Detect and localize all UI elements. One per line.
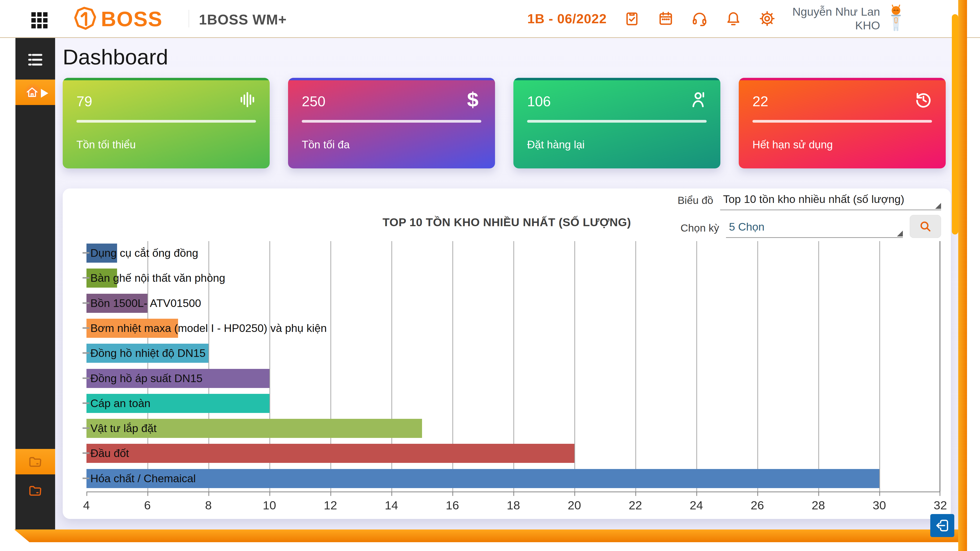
axis-tick-label: 22 (629, 499, 642, 512)
card-divider (76, 120, 256, 123)
avatar (885, 4, 907, 33)
sidebar-item-home-active[interactable] (16, 79, 55, 105)
equalizer-icon (238, 90, 257, 109)
axis-tick-label: 16 (446, 499, 459, 512)
bar-label: Cáp an toàn (91, 394, 150, 413)
scrollbar-track[interactable] (958, 0, 967, 551)
bar-row-6: Cáp an toàn (86, 391, 940, 416)
card-value: 22 (752, 93, 768, 110)
bell-icon[interactable] (725, 10, 742, 27)
axis-tick-label: 30 (873, 499, 886, 512)
card-divider (752, 120, 932, 123)
gear-icon[interactable] (759, 10, 776, 27)
axis-tick-label: 6 (144, 499, 151, 512)
app-title: 1BOSS WM+ (199, 11, 287, 28)
stat-card-1: 250$Tồn tối đa (288, 78, 495, 168)
axis-tick-label: 26 (751, 499, 764, 512)
stat-card-0: 79Tồn tối thiểu (63, 78, 270, 168)
axis-tick (635, 492, 636, 496)
stat-card-2: 106Đặt hàng lại (513, 78, 721, 168)
bar-row-0: Dụng cụ cắt ống đồng (86, 241, 940, 266)
category-tick (83, 478, 89, 479)
category-tick (83, 327, 89, 329)
bar-8[interactable] (86, 444, 574, 463)
history-icon (914, 90, 933, 109)
axis-tick (86, 492, 87, 496)
card-divider (302, 120, 481, 123)
header-right: 1B - 06/2022 Nguyễn Như Lan KHO (527, 0, 907, 37)
axis-tick (148, 492, 148, 496)
category-tick (83, 378, 89, 379)
chart-type-control: Biểu đồ Top 10 tồn kho nhiều nhất (số lư… (678, 193, 941, 210)
stat-card-3: 22Hết hạn sử dụng (739, 78, 946, 168)
bar-row-2: Bồn 1500L- ATV01500 (86, 291, 940, 316)
axis-tick-label: 24 (690, 499, 703, 512)
sidebar-item-folder[interactable] (16, 478, 55, 503)
user-name: Nguyễn Như Lan (792, 5, 880, 19)
sidebar-item-menu[interactable] (16, 44, 55, 76)
user-names: Nguyễn Như Lan KHO (792, 5, 880, 33)
boss-logo[interactable]: BOSS (70, 5, 163, 32)
axis-tick (452, 492, 453, 496)
axis-tick (391, 492, 392, 496)
clipboard-check-icon[interactable] (624, 10, 641, 27)
boss-logo-icon (70, 5, 99, 32)
axis-tick (879, 492, 880, 496)
bar-row-7: Vật tư lắp đặt (86, 416, 940, 441)
bar-row-4: Đồng hồ nhiệt độ DN15 (86, 341, 940, 366)
users-icon (689, 90, 708, 109)
bar-label: Dụng cụ cắt ống đồng (91, 243, 198, 263)
category-tick (83, 277, 89, 279)
card-value: 106 (527, 93, 551, 110)
bar-label: Vật tư lắp đặt (91, 419, 156, 438)
bar-row-3: Bơm nhiệt maxa (model I - HP0250) và phụ… (86, 316, 940, 341)
category-tick (83, 427, 89, 429)
chart-type-select[interactable]: Top 10 tồn kho nhiều nhất (số lượng) (720, 193, 941, 210)
axis-tick (818, 492, 819, 496)
folder-icon (28, 483, 43, 498)
user-menu[interactable]: Nguyễn Như Lan KHO (792, 4, 907, 33)
headset-icon[interactable] (691, 10, 708, 27)
bar-row-9: Hóa chất / Chemaical (86, 467, 940, 492)
collapse-button[interactable] (930, 514, 954, 537)
axis-tick-label: 28 (812, 499, 825, 512)
list-icon (26, 51, 45, 69)
app-grid-icon[interactable] (31, 12, 48, 29)
submenu-arrow-icon (41, 89, 48, 98)
chart-panel: Biểu đồ Top 10 tồn kho nhiều nhất (số lư… (63, 189, 951, 519)
bar-row-8: Đầu đốt (86, 441, 940, 466)
card-label: Đặt hàng lại (527, 138, 585, 151)
card-value: 250 (302, 93, 326, 110)
bottom-accent-bar (14, 529, 967, 542)
dollar-icon: $ (463, 90, 482, 109)
bar-9[interactable] (86, 469, 879, 488)
axis-tick-label: 10 (263, 499, 276, 512)
chart-title: TOP 10 TỒN KHO NHIỀU NHẤT (SỐ LƯỢNG) (63, 215, 951, 229)
axis-tick-label: 4 (83, 499, 90, 512)
app-root: BOSS 1BOSS WM+ 1B - 06/2022 Nguyễ (0, 0, 980, 551)
top-header: BOSS 1BOSS WM+ 1B - 06/2022 Nguyễ (0, 0, 980, 38)
calendar-icon[interactable] (657, 10, 674, 27)
axis-tick (757, 492, 758, 496)
stat-cards: 79Tồn tối thiểu250$Tồn tối đa106Đặt hàng… (63, 78, 946, 168)
header-divider (189, 10, 189, 27)
bar-label: Đồng hồ áp suất DN15 (91, 369, 202, 388)
card-value: 79 (76, 93, 92, 110)
sign-in-arrow-icon (934, 518, 950, 534)
scrollbar-thumb[interactable] (952, 14, 958, 235)
bar-label: Đầu đốt (91, 444, 129, 463)
axis-tick (696, 492, 697, 496)
axis-tick-label: 20 (568, 499, 581, 512)
axis-tick-label: 18 (507, 499, 520, 512)
folder-icon (28, 454, 43, 469)
logo-text: BOSS (101, 8, 163, 29)
axis-tick (513, 492, 514, 496)
sidebar (16, 38, 55, 529)
page-title: Dashboard (63, 44, 168, 70)
category-tick (83, 402, 89, 404)
sidebar-item-folder-active[interactable] (16, 449, 55, 475)
axis-tick (574, 492, 575, 496)
axis-tick-label: 8 (205, 499, 212, 512)
axis-tick-label: 12 (324, 499, 337, 512)
period-label: 1B - 06/2022 (527, 11, 607, 26)
